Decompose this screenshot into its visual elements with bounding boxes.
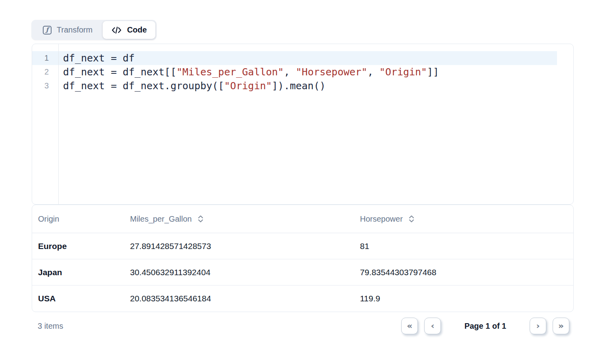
last-page-button[interactable]: » <box>553 318 569 334</box>
code-editor[interactable]: 1df_next = df2df_next = df_next[["Miles_… <box>32 44 574 205</box>
cell-value: 119.9 <box>354 294 573 303</box>
double-chevron-right-icon: » <box>558 322 564 330</box>
line-number: 3 <box>32 81 58 90</box>
code-line-text: df_next = df_next[["Miles_per_Gallon", "… <box>58 66 439 78</box>
code-icon <box>111 26 122 34</box>
row-label: USA <box>32 294 124 303</box>
next-page-button[interactable]: › <box>530 318 546 334</box>
code-line[interactable]: 1df_next = df <box>32 51 573 65</box>
row-label: Japan <box>32 268 124 277</box>
tab-code-label: Code <box>127 25 147 34</box>
tab-transform[interactable]: ƒ Transform <box>33 21 103 39</box>
column-header-label: Miles_per_Gallon <box>130 215 192 224</box>
column-header-label: Horsepower <box>360 215 403 224</box>
tab-transform-label: Transform <box>57 25 92 34</box>
line-number: 1 <box>32 54 58 63</box>
code-line[interactable]: 2df_next = df_next[["Miles_per_Gallon", … <box>32 65 573 79</box>
tab-code[interactable]: Code <box>103 21 155 39</box>
cell-value: 30.450632911392404 <box>124 268 354 277</box>
table-row: Japan30.45063291139240479.83544303797468 <box>32 259 573 285</box>
cell-value: 27.891428571428573 <box>124 241 354 251</box>
code-line[interactable]: 3df_next = df_next.groupby(["Origin"]).m… <box>32 79 573 93</box>
items-count: 3 items <box>32 322 63 331</box>
code-lines: 1df_next = df2df_next = df_next[["Miles_… <box>32 51 573 93</box>
sort-icon[interactable] <box>198 215 203 223</box>
sort-icon[interactable] <box>409 215 414 223</box>
prev-page-button[interactable]: ‹ <box>424 318 441 334</box>
function-icon: ƒ <box>43 26 52 34</box>
table-body: Europe27.89142857142857381Japan30.450632… <box>32 233 573 312</box>
result-table: OriginMiles_per_GallonHorsepower Europe2… <box>32 205 574 312</box>
code-line-text: df_next = df_next.groupby(["Origin"]).me… <box>58 80 325 92</box>
code-line-text: df_next = df <box>58 52 135 64</box>
column-header-miles_per_gallon[interactable]: Miles_per_Gallon <box>124 215 354 224</box>
line-number: 2 <box>32 67 58 77</box>
page-indicator: Page 1 of 1 <box>464 322 506 331</box>
column-header-origin: Origin <box>32 215 124 224</box>
table-row: Europe27.89142857142857381 <box>32 233 573 259</box>
gutter-divider <box>58 44 59 204</box>
table-footer: 3 items « ‹ Page 1 of 1 › » <box>32 317 574 335</box>
first-page-button[interactable]: « <box>401 318 418 334</box>
column-header-horsepower[interactable]: Horsepower <box>354 215 573 224</box>
cell-value: 20.083534136546184 <box>124 294 354 303</box>
pagination: « ‹ Page 1 of 1 › » <box>401 318 574 334</box>
table-row: USA20.083534136546184119.9 <box>32 285 573 312</box>
row-label: Europe <box>32 241 124 251</box>
cell-value: 79.83544303797468 <box>354 268 573 277</box>
double-chevron-left-icon: « <box>407 322 412 330</box>
column-header-label: Origin <box>38 215 59 224</box>
cell-value: 81 <box>354 241 573 251</box>
chevron-right-icon: › <box>536 322 540 330</box>
chevron-left-icon: ‹ <box>431 322 434 330</box>
table-header-row: OriginMiles_per_GallonHorsepower <box>32 205 573 233</box>
view-tab-bar: ƒ Transform Code <box>31 20 157 40</box>
